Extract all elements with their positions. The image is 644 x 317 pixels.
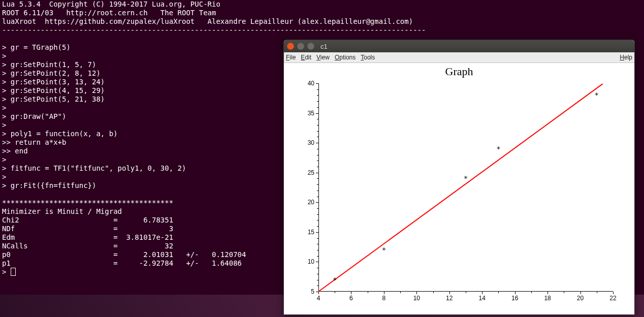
- y-tick-label: 35: [308, 110, 314, 117]
- data-point: *: [595, 91, 599, 99]
- menu-bar[interactable]: File Edit View Options Tools Help: [284, 52, 634, 63]
- data-point: *: [464, 175, 468, 182]
- x-tick-label: 6: [349, 295, 353, 302]
- x-tick-label: 22: [609, 295, 616, 302]
- y-axis: [318, 83, 319, 292]
- root-canvas-window[interactable]: c1 File Edit View Options Tools Help Gra…: [283, 40, 635, 315]
- terminal-cursor: [11, 268, 16, 276]
- y-tick-label: 20: [308, 199, 314, 206]
- menu-options[interactable]: Options: [335, 54, 356, 61]
- menu-tools[interactable]: Tools: [361, 54, 375, 61]
- window-titlebar[interactable]: c1: [284, 40, 634, 52]
- desktop-background: Lua 5.3.4 Copyright (C) 1994-2017 Lua.or…: [0, 0, 644, 317]
- y-tick-label: 10: [308, 258, 314, 265]
- y-tick-label: 15: [308, 229, 314, 236]
- menu-edit[interactable]: Edit: [301, 54, 311, 61]
- root-canvas[interactable]: Graph 51015202530354046810121416182022**…: [284, 63, 634, 315]
- menu-file[interactable]: File: [286, 54, 296, 61]
- data-point: *: [333, 276, 337, 283]
- menu-view[interactable]: View: [316, 54, 330, 61]
- y-tick-label: 40: [308, 80, 314, 87]
- chart-title: Graph: [284, 65, 634, 78]
- x-tick-label: 16: [511, 295, 518, 302]
- y-tick-label: 25: [308, 169, 314, 176]
- fit-line: [318, 83, 602, 292]
- data-point: *: [496, 145, 500, 152]
- x-tick-label: 10: [413, 295, 420, 302]
- y-tick-label: 30: [308, 139, 314, 146]
- minimize-icon[interactable]: [297, 43, 304, 50]
- x-tick-label: 12: [446, 295, 453, 302]
- data-point: *: [382, 246, 386, 253]
- x-tick-label: 8: [382, 295, 386, 302]
- x-tick-label: 4: [317, 295, 320, 302]
- x-tick-label: 20: [577, 295, 584, 302]
- window-title: c1: [320, 43, 328, 50]
- x-tick-label: 18: [544, 295, 551, 302]
- menu-help[interactable]: Help: [620, 54, 632, 61]
- close-icon[interactable]: [287, 43, 294, 50]
- x-tick-label: 14: [479, 295, 486, 302]
- y-tick-label: 5: [311, 288, 314, 295]
- plot-area[interactable]: 51015202530354046810121416182022*****: [318, 83, 613, 292]
- maximize-icon[interactable]: [307, 43, 314, 50]
